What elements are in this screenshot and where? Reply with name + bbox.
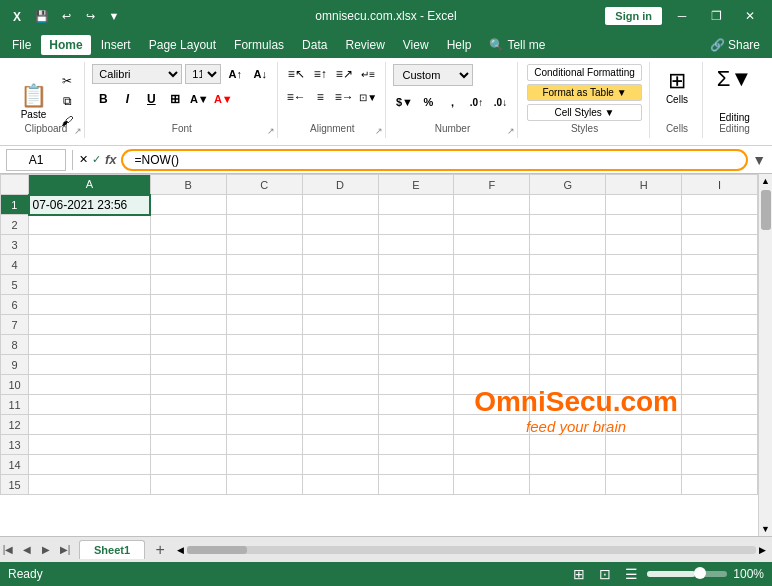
cancel-formula-icon[interactable]: ✕ — [79, 153, 88, 166]
corner-cell — [1, 175, 29, 195]
increase-decimal-button[interactable]: .0↑ — [465, 92, 487, 112]
align-top-left-button[interactable]: ≡↖ — [285, 64, 307, 84]
menu-insert[interactable]: Insert — [93, 35, 139, 55]
last-sheet-button[interactable]: ▶| — [57, 542, 73, 558]
number-expand-icon[interactable]: ↗ — [507, 126, 515, 136]
zoom-handle[interactable] — [694, 567, 706, 579]
wrap-text-button[interactable]: ↵≡ — [357, 64, 379, 84]
number-format-select[interactable]: Custom General Number Currency Accountin… — [393, 64, 473, 86]
align-left-button[interactable]: ≡← — [285, 87, 307, 107]
scroll-left-button[interactable]: ◀ — [177, 545, 184, 555]
menu-view[interactable]: View — [395, 35, 437, 55]
add-sheet-button[interactable]: + — [149, 539, 171, 561]
cell-styles-button[interactable]: Cell Styles ▼ — [527, 104, 642, 121]
cell-D1[interactable] — [302, 195, 378, 215]
scroll-right-button[interactable]: ▶ — [759, 545, 766, 555]
menu-page-layout[interactable]: Page Layout — [141, 35, 224, 55]
restore-button[interactable]: ❐ — [702, 2, 730, 30]
cell-B1[interactable] — [150, 195, 226, 215]
redo-button[interactable]: ↪ — [80, 6, 100, 26]
cell-I1[interactable] — [682, 195, 758, 215]
vertical-scrollbar[interactable]: ▲ ▼ — [758, 174, 772, 536]
prev-sheet-button[interactable]: ◀ — [19, 542, 35, 558]
col-header-A[interactable]: A — [29, 175, 151, 195]
col-header-B[interactable]: B — [150, 175, 226, 195]
col-header-H[interactable]: H — [606, 175, 682, 195]
col-header-G[interactable]: G — [530, 175, 606, 195]
align-top-right-button[interactable]: ≡↗ — [333, 64, 355, 84]
increase-font-button[interactable]: A↑ — [224, 64, 246, 84]
font-expand-icon[interactable]: ↗ — [267, 126, 275, 136]
cell-H1[interactable] — [606, 195, 682, 215]
save-button[interactable]: 💾 — [32, 6, 52, 26]
cell-reference-input[interactable] — [6, 149, 66, 171]
decrease-decimal-button[interactable]: .0↓ — [489, 92, 511, 112]
formula-expand-icon[interactable]: ▼ — [752, 152, 766, 168]
comma-button[interactable]: , — [441, 92, 463, 112]
menu-share[interactable]: 🔗 Share — [702, 35, 768, 55]
hscroll-thumb[interactable] — [187, 546, 247, 554]
zoom-slider[interactable] — [647, 571, 727, 577]
signin-button[interactable]: Sign in — [605, 7, 662, 25]
font-color-button[interactable]: A▼ — [212, 89, 234, 109]
close-button[interactable]: ✕ — [736, 2, 764, 30]
minimize-button[interactable]: ─ — [668, 2, 696, 30]
cell-G1[interactable] — [530, 195, 606, 215]
copy-button[interactable]: ⧉ — [56, 92, 78, 110]
cell-F1[interactable] — [454, 195, 530, 215]
col-header-F[interactable]: F — [454, 175, 530, 195]
editing-button[interactable]: Σ▼ Editing — [711, 62, 758, 127]
border-button[interactable]: ⊞ — [164, 89, 186, 109]
font-size-select[interactable]: 11 — [185, 64, 221, 84]
menu-review[interactable]: Review — [337, 35, 392, 55]
merge-center-button[interactable]: ⊡▼ — [357, 87, 379, 107]
cells-button[interactable]: ⊞ Cells — [658, 62, 696, 111]
menu-data[interactable]: Data — [294, 35, 335, 55]
scroll-thumb[interactable] — [761, 190, 771, 230]
align-right-button[interactable]: ≡→ — [333, 87, 355, 107]
formula-input[interactable] — [121, 149, 749, 171]
format-as-table-button[interactable]: Format as Table ▼ — [527, 84, 642, 101]
menu-formulas[interactable]: Formulas — [226, 35, 292, 55]
cell-A1[interactable]: 07-06-2021 23:56 — [29, 195, 151, 215]
alignment-expand-icon[interactable]: ↗ — [375, 126, 383, 136]
paste-button[interactable]: 📋 Paste — [14, 79, 53, 124]
hscroll-track[interactable] — [187, 546, 756, 554]
decrease-font-button[interactable]: A↓ — [249, 64, 271, 84]
conditional-formatting-button[interactable]: Conditional Formatting — [527, 64, 642, 81]
col-header-I[interactable]: I — [682, 175, 758, 195]
col-header-E[interactable]: E — [378, 175, 454, 195]
sheet-tab-sheet1[interactable]: Sheet1 — [79, 540, 145, 559]
page-break-view-button[interactable]: ☰ — [621, 564, 641, 584]
bold-button[interactable]: B — [92, 89, 114, 109]
first-sheet-button[interactable]: |◀ — [0, 542, 16, 558]
cut-button[interactable]: ✂ — [56, 72, 78, 90]
cell-A2[interactable] — [29, 215, 151, 235]
horizontal-scrollbar[interactable]: ◀ ▶ — [171, 545, 772, 555]
italic-button[interactable]: I — [116, 89, 138, 109]
menu-tell-me[interactable]: 🔍 Tell me — [481, 35, 553, 55]
scroll-up-button[interactable]: ▲ — [759, 174, 773, 188]
col-header-D[interactable]: D — [302, 175, 378, 195]
undo-button[interactable]: ↩ — [56, 6, 76, 26]
fill-color-button[interactable]: A▼ — [188, 89, 210, 109]
menu-home[interactable]: Home — [41, 35, 90, 55]
page-layout-view-button[interactable]: ⊡ — [595, 564, 615, 584]
clipboard-expand-icon[interactable]: ↗ — [74, 126, 82, 136]
customize-qat-button[interactable]: ▼ — [104, 6, 124, 26]
normal-view-button[interactable]: ⊞ — [569, 564, 589, 584]
scroll-down-button[interactable]: ▼ — [759, 522, 773, 536]
currency-button[interactable]: $▼ — [393, 92, 415, 112]
cell-E1[interactable] — [378, 195, 454, 215]
percent-button[interactable]: % — [417, 92, 439, 112]
menu-help[interactable]: Help — [439, 35, 480, 55]
col-header-C[interactable]: C — [226, 175, 302, 195]
menu-file[interactable]: File — [4, 35, 39, 55]
font-name-select[interactable]: Calibri — [92, 64, 182, 84]
cell-C1[interactable] — [226, 195, 302, 215]
underline-button[interactable]: U — [140, 89, 162, 109]
align-top-center-button[interactable]: ≡↑ — [309, 64, 331, 84]
next-sheet-button[interactable]: ▶ — [38, 542, 54, 558]
confirm-formula-icon[interactable]: ✓ — [92, 153, 101, 166]
align-center-button[interactable]: ≡ — [309, 87, 331, 107]
